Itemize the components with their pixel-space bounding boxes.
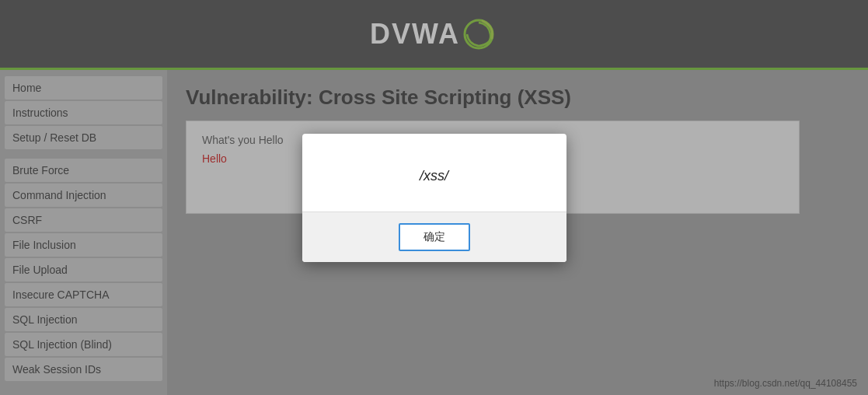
dialog-overlay: /xss/ 确定 bbox=[0, 0, 868, 395]
dialog-body: /xss/ bbox=[302, 134, 566, 211]
dialog-message: /xss/ bbox=[420, 168, 448, 184]
dialog-footer: 确定 bbox=[302, 211, 566, 262]
dialog: /xss/ 确定 bbox=[302, 134, 566, 262]
dialog-ok-button[interactable]: 确定 bbox=[399, 223, 470, 251]
